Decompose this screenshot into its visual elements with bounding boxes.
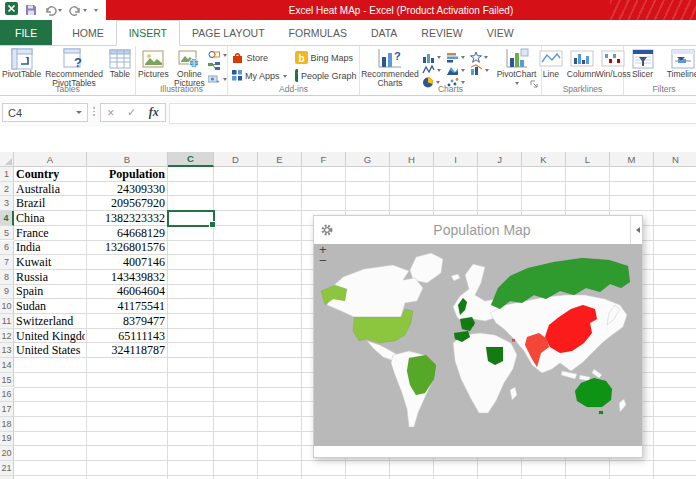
name-box-dropdown-icon[interactable] <box>76 111 82 117</box>
row-header-15[interactable]: 15 <box>0 373 14 388</box>
smartart-button[interactable] <box>208 62 227 71</box>
cell-B7[interactable]: 4007146 <box>88 255 165 270</box>
timeline-button[interactable]: Timeline <box>661 48 696 79</box>
column-header-G[interactable]: G <box>346 152 390 167</box>
pivottable-button[interactable]: PivotTable <box>0 48 43 89</box>
cell-A5[interactable]: France <box>16 226 85 241</box>
table-button[interactable]: Table <box>105 48 135 89</box>
cell-A4[interactable]: China <box>16 211 85 226</box>
cell-B13[interactable]: 324118787 <box>88 343 165 358</box>
insert-combo-chart-button[interactable] <box>470 64 492 77</box>
tab-view[interactable]: VIEW <box>475 20 526 45</box>
cell-B9[interactable]: 46064604 <box>88 285 165 300</box>
cell-B2[interactable]: 24309330 <box>88 182 165 197</box>
undo-dropdown-icon[interactable] <box>58 9 62 14</box>
row-header-14[interactable]: 14 <box>0 358 14 373</box>
store-button[interactable]: Store <box>231 51 287 64</box>
name-box[interactable]: C4 <box>2 103 88 122</box>
recommended-charts-button[interactable]: ? Recommended Charts <box>360 48 420 89</box>
tab-review[interactable]: REVIEW <box>409 20 474 45</box>
enter-button[interactable]: ✓ <box>127 106 136 119</box>
cell-A1[interactable]: Country <box>16 167 85 182</box>
column-header-F[interactable]: F <box>302 152 346 167</box>
map-header[interactable]: Population Map <box>314 216 642 244</box>
row-header-17[interactable]: 17 <box>0 402 14 417</box>
tab-file[interactable]: FILE <box>0 20 52 45</box>
column-header-H[interactable]: H <box>390 152 434 167</box>
redo-dropdown-icon[interactable] <box>83 9 87 14</box>
population-map-overlay[interactable]: Population Map <box>313 215 643 458</box>
cell-A8[interactable]: Russia <box>16 270 85 285</box>
column-header-M[interactable]: M <box>610 152 654 167</box>
slicer-button[interactable]: Slicer <box>624 48 661 79</box>
cell-B6[interactable]: 1326801576 <box>88 241 165 256</box>
online-pictures-button[interactable]: Online Pictures <box>171 48 208 89</box>
cell-A12[interactable]: United Kingdom <box>16 329 85 344</box>
cell-B10[interactable]: 41175541 <box>88 299 165 314</box>
column-header-L[interactable]: L <box>566 152 610 167</box>
cell-B4[interactable]: 1382323332 <box>88 211 165 226</box>
cell-A6[interactable]: India <box>16 241 85 256</box>
cell-B12[interactable]: 65111143 <box>88 329 165 344</box>
insert-function-button[interactable]: fx <box>149 105 159 120</box>
my-apps-button[interactable]: My Apps <box>231 69 287 82</box>
column-header-D[interactable]: D <box>214 152 258 167</box>
cell-A11[interactable]: Switzerland <box>16 314 85 329</box>
sparkline-column-button[interactable]: Column <box>565 48 598 79</box>
insert-column-chart-button[interactable] <box>422 51 446 64</box>
shapes-button[interactable] <box>208 50 227 59</box>
row-header-19[interactable]: 19 <box>0 432 14 447</box>
redo-button[interactable] <box>69 5 87 16</box>
gear-icon <box>320 223 334 237</box>
cell-A7[interactable]: Kuwait <box>16 255 85 270</box>
column-header-A[interactable]: A <box>14 152 87 167</box>
insert-stock-chart-button[interactable] <box>470 51 492 64</box>
cell-A13[interactable]: United States <box>16 343 85 358</box>
tab-formulas[interactable]: FORMULAS <box>277 20 359 45</box>
row-header-18[interactable]: 18 <box>0 417 14 432</box>
cell-B3[interactable]: 209567920 <box>88 196 165 211</box>
row-header-16[interactable]: 16 <box>0 388 14 403</box>
map-collapse-button[interactable] <box>630 216 642 244</box>
insert-bar-chart-button[interactable] <box>446 51 470 64</box>
map-canvas[interactable]: + − <box>314 244 642 446</box>
column-header-E[interactable]: E <box>258 152 302 167</box>
column-header-N[interactable]: N <box>654 152 696 167</box>
map-settings-button[interactable] <box>320 223 334 237</box>
cell-B11[interactable]: 8379477 <box>88 314 165 329</box>
people-graph-button[interactable]: People Graph <box>295 69 357 82</box>
tab-data[interactable]: DATA <box>359 20 409 45</box>
column-header-K[interactable]: K <box>522 152 566 167</box>
tab-page-layout[interactable]: PAGE LAYOUT <box>180 20 277 45</box>
insert-area-chart-button[interactable] <box>446 64 470 77</box>
screenshot-button[interactable]: + <box>208 74 227 83</box>
column-header-C[interactable]: C <box>168 152 214 167</box>
select-all-corner[interactable] <box>0 152 14 167</box>
row-header-21[interactable]: 21 <box>0 461 14 476</box>
formula-input[interactable] <box>169 103 696 124</box>
cell-A3[interactable]: Brazil <box>16 196 85 211</box>
cell-A2[interactable]: Australia <box>16 182 85 197</box>
tab-insert[interactable]: INSERT <box>116 20 180 46</box>
bing-maps-button[interactable]: b Bing Maps <box>295 51 357 64</box>
recommended-pivottables-button[interactable]: ? Recommended PivotTables <box>43 48 105 89</box>
insert-line-chart-button[interactable] <box>422 64 446 77</box>
column-header-B[interactable]: B <box>87 152 168 167</box>
undo-button[interactable] <box>44 5 62 16</box>
customize-qat-button[interactable] <box>94 6 98 14</box>
save-button[interactable] <box>25 4 37 16</box>
fill-handle[interactable] <box>209 221 216 228</box>
cell-A10[interactable]: Sudan <box>16 299 85 314</box>
map-zoom-out-button[interactable]: − <box>319 255 327 266</box>
cancel-button[interactable]: × <box>107 106 114 120</box>
cell-B8[interactable]: 143439832 <box>88 270 165 285</box>
cell-A9[interactable]: Spain <box>16 285 85 300</box>
column-header-I[interactable]: I <box>434 152 478 167</box>
cell-B5[interactable]: 64668129 <box>88 226 165 241</box>
tab-home[interactable]: HOME <box>60 20 116 45</box>
column-header-J[interactable]: J <box>478 152 522 167</box>
row-header-20[interactable]: 20 <box>0 446 14 461</box>
pictures-button[interactable]: Pictures <box>136 48 171 89</box>
cell-B1[interactable]: Population <box>88 167 165 182</box>
sparkline-line-button[interactable]: Line <box>537 48 565 79</box>
